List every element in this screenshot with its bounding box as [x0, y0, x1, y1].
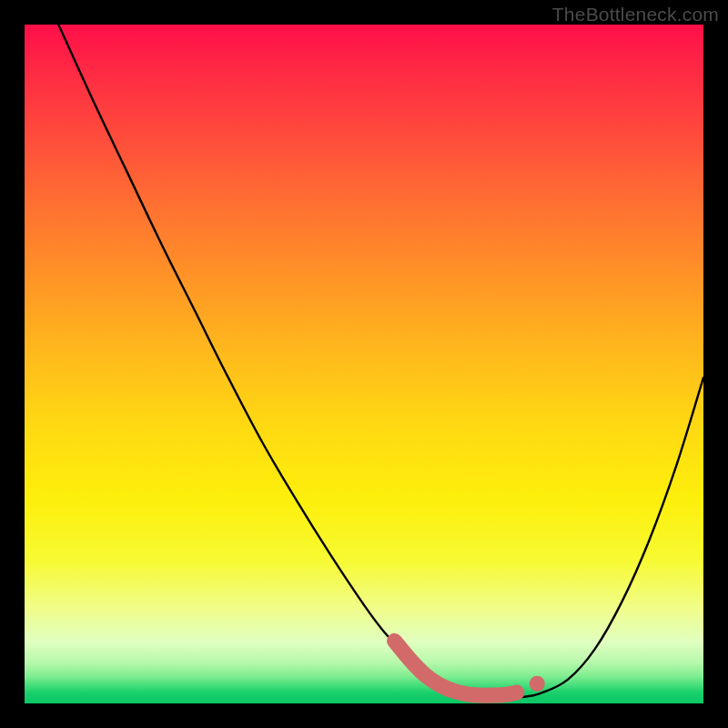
- chart-frame: TheBottleneck.com: [0, 0, 728, 728]
- optimal-range-marker-dot: [530, 676, 545, 692]
- bottleneck-curve: [58, 25, 703, 698]
- attribution-text: TheBottleneck.com: [552, 4, 719, 25]
- chart-svg: [25, 25, 703, 703]
- optimal-range-marker: [395, 641, 517, 695]
